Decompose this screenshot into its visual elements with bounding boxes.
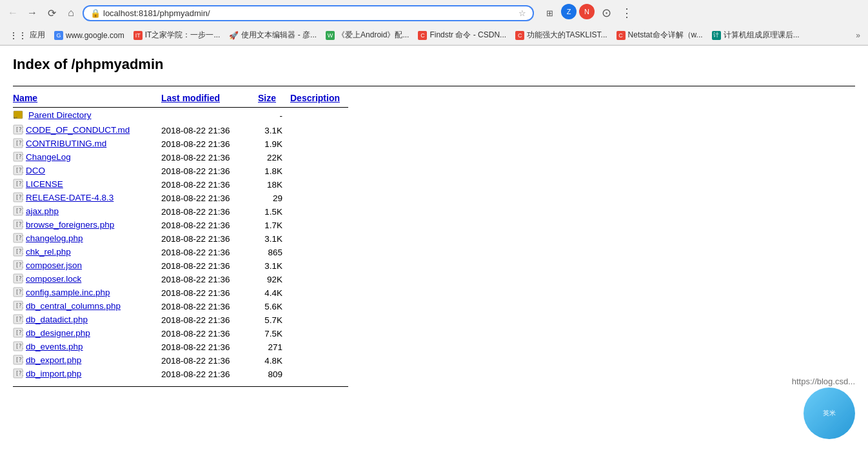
file-link[interactable]: CONTRIBUTING.md	[26, 139, 106, 148]
file-icon: [?]	[13, 192, 23, 204]
file-desc	[290, 219, 348, 232]
file-link[interactable]: composer.json	[26, 260, 82, 270]
file-date: 2018-08-22 21:36	[161, 205, 258, 219]
bookmark-jisuanji[interactable]: 计 计算机组成原理课后...	[708, 28, 804, 42]
file-desc	[290, 164, 348, 178]
svg-text:[?]: [?]	[15, 141, 23, 146]
file-link[interactable]: config.sample.inc.php	[26, 288, 110, 297]
bookmark-netstat[interactable]: C Netstat命令详解（w...	[613, 28, 707, 42]
file-size: 3.1K	[258, 124, 290, 137]
page-title: Index of /phpmyadmin	[13, 56, 855, 73]
file-link[interactable]: db_events.php	[26, 342, 83, 351]
file-desc	[290, 368, 348, 381]
file-link[interactable]: ajax.php	[26, 206, 59, 216]
bookmark-itjia[interactable]: IT IT之家学院：一步一...	[130, 28, 224, 42]
file-date: 2018-08-22 21:36	[161, 354, 258, 368]
back-button[interactable]: ←	[5, 5, 21, 21]
file-link[interactable]: LICENSE	[26, 179, 63, 189]
profile-icon-1[interactable]: Z	[561, 4, 577, 19]
file-link[interactable]: db_central_columns.php	[26, 301, 121, 311]
findstr-favicon: C	[418, 31, 427, 40]
file-icon: [?]	[13, 219, 23, 231]
file-icon: [?]	[13, 273, 23, 286]
url-display[interactable]: localhost:8181/phpmyadmin/	[103, 8, 515, 18]
file-link[interactable]: chk_rel.php	[26, 247, 71, 257]
apps-grid-icon: ⋮⋮	[9, 30, 27, 41]
bookmark-netstat-label: Netstat命令详解（w...	[628, 30, 703, 41]
table-row: [?] ajax.php2018-08-22 21:361.5K	[13, 205, 348, 219]
file-size: 29	[258, 192, 290, 205]
bookmark-weixin-label: 《爱上Android》配...	[337, 30, 409, 41]
file-size: 18K	[258, 178, 290, 192]
file-link[interactable]: db_datadict.php	[26, 315, 88, 324]
itjia-favicon: IT	[133, 31, 143, 40]
file-date: 2018-08-22 21:36	[161, 164, 258, 178]
file-icon: [?]	[13, 138, 23, 150]
file-link[interactable]: ChangeLog	[26, 152, 71, 162]
bookmark-google[interactable]: G www.google.com	[50, 30, 128, 41]
col-name-link[interactable]: Name	[13, 93, 37, 103]
file-link[interactable]: changelog.php	[26, 233, 83, 243]
bookmark-weixin[interactable]: W 《爱上Android》配...	[322, 28, 413, 42]
file-link[interactable]: db_export.php	[26, 355, 81, 365]
svg-text:[?]: [?]	[15, 290, 23, 295]
file-icon: [?]	[13, 233, 23, 245]
file-link[interactable]: Parent Directory	[28, 110, 92, 120]
file-link[interactable]: RELEASE-DATE-4.8.3	[26, 193, 113, 202]
bookmark-wenben-label: 使用文本编辑器 - 彦...	[241, 30, 317, 41]
netstat-favicon: C	[616, 31, 626, 40]
col-header-date: Last modified	[161, 92, 258, 108]
file-desc	[290, 124, 348, 137]
col-header-desc: Description	[290, 92, 348, 108]
file-link[interactable]: db_import.php	[26, 369, 81, 378]
svg-text:[?]: [?]	[15, 262, 23, 268]
file-size: 5.6K	[258, 300, 290, 313]
wenben-icon: 🚀	[229, 31, 239, 40]
file-link[interactable]: composer.lock	[26, 274, 81, 284]
svg-text:[?]: [?]	[15, 357, 23, 363]
svg-text:[?]: [?]	[15, 371, 23, 377]
extensions-button[interactable]: ⊞	[540, 4, 558, 22]
reload-button[interactable]: ⟳	[44, 5, 59, 21]
bookmark-task[interactable]: C 功能强大的TASKLIST...	[511, 28, 611, 42]
browser-toolbar: ← → ⟳ ⌂ 🔒 localhost:8181/phpmyadmin/ ☆ ⊞…	[0, 0, 868, 26]
file-link[interactable]: DCO	[26, 166, 45, 175]
col-size-link[interactable]: Size	[258, 93, 276, 103]
file-link[interactable]: db_designer.php	[26, 328, 90, 338]
bookmark-wenben[interactable]: 🚀 使用文本编辑器 - 彦...	[225, 28, 321, 42]
file-desc	[290, 340, 348, 354]
col-date-link[interactable]: Last modified	[161, 93, 220, 103]
svg-text:[?]: [?]	[15, 181, 23, 187]
table-row: [?] composer.json2018-08-22 21:363.1K	[13, 259, 348, 273]
bookmark-findstr-label: Findstr 命令 - CSDN...	[429, 30, 506, 41]
apps-bookmark[interactable]: ⋮⋮ 应用	[5, 28, 49, 42]
file-link[interactable]: CODE_OF_CONDUCT.md	[26, 125, 130, 135]
file-icon: [?]	[13, 287, 23, 299]
menu-button[interactable]: ⋮	[618, 4, 636, 22]
forward-button[interactable]: →	[25, 5, 40, 21]
file-desc	[290, 273, 348, 286]
profile-icon-2[interactable]: N	[579, 4, 595, 19]
bookmark-findstr[interactable]: C Findstr 命令 - CSDN...	[414, 28, 510, 42]
table-header-row: Name Last modified Size Description	[13, 92, 348, 108]
file-icon: [?]	[13, 328, 23, 340]
file-size: 3.1K	[258, 232, 290, 246]
file-link[interactable]: browse_foreigners.php	[26, 220, 114, 230]
browser-chrome: ← → ⟳ ⌂ 🔒 localhost:8181/phpmyadmin/ ☆ ⊞…	[0, 0, 868, 46]
file-icon: [?]	[13, 124, 23, 137]
bookmark-jisuanji-label: 计算机组成原理课后...	[724, 30, 800, 41]
bookmarks-more-button[interactable]: »	[853, 30, 863, 41]
home-button[interactable]: ⌂	[63, 5, 79, 21]
bookmark-google-label: www.google.com	[66, 31, 124, 40]
svg-text:[?]: [?]	[15, 249, 23, 255]
parent-dir-icon: ↩	[13, 108, 26, 123]
table-row: [?] db_datadict.php2018-08-22 21:365.7K	[13, 313, 348, 327]
bookmark-star-icon[interactable]: ☆	[518, 8, 526, 18]
svg-text:[?]: [?]	[15, 276, 23, 282]
col-desc-link[interactable]: Description	[290, 93, 340, 103]
address-bar[interactable]: 🔒 localhost:8181/phpmyadmin/ ☆	[83, 5, 534, 21]
col-header-size: Size	[258, 92, 290, 108]
chrome-icon[interactable]: ⊙	[597, 4, 615, 22]
svg-text:[?]: [?]	[15, 195, 23, 201]
file-date: 2018-08-22 21:36	[161, 124, 258, 137]
